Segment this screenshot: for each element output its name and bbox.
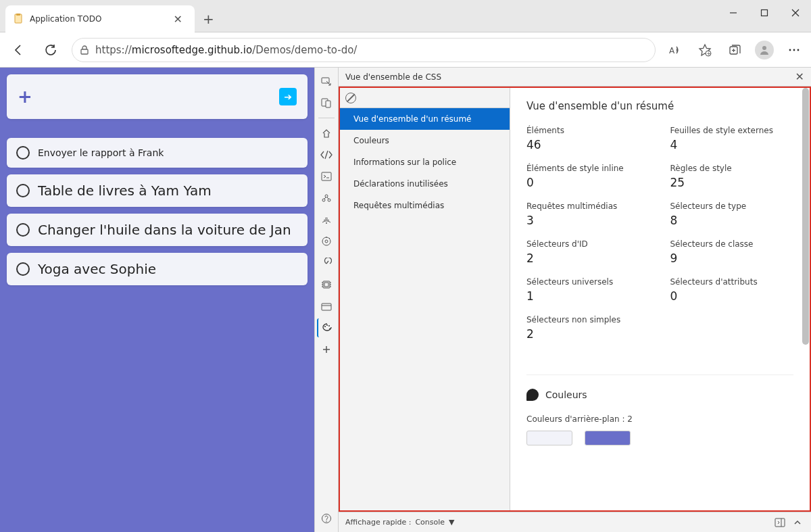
submit-todo-button[interactable]: ➔	[279, 88, 297, 105]
stat-cell: Éléments46	[526, 126, 650, 151]
drawer-chevron-icon[interactable]: ▼	[449, 518, 454, 527]
sidebar-toolbar	[340, 88, 510, 108]
svg-point-42	[324, 326, 326, 327]
browser-tab[interactable]: Application TODO ✕	[5, 5, 195, 32]
css-overview-nav-item[interactable]: Vue d'ensemble d'un résumé	[340, 108, 510, 130]
todo-item[interactable]: Changer l'huile dans la voiture de Jan	[7, 214, 308, 246]
svg-point-15	[793, 49, 795, 51]
svg-rect-33	[324, 283, 328, 287]
svg-line-25	[327, 197, 328, 199]
back-button[interactable]	[7, 39, 30, 62]
plus-icon: +	[18, 87, 32, 107]
css-overview-content: Vue d'ensemble d'un résumé Éléments46Feu…	[510, 88, 810, 510]
content-title: Vue d'ensemble d'un résumé	[526, 100, 793, 112]
svg-point-44	[328, 325, 330, 327]
tab-close-button[interactable]: ✕	[170, 11, 187, 27]
todo-item[interactable]: Yoga avec Sophie	[7, 253, 308, 285]
todo-radio[interactable]	[16, 262, 30, 276]
memory-tool[interactable]	[317, 253, 336, 272]
svg-point-16	[797, 49, 800, 51]
panel-title: Vue d'ensemble de CSS	[345, 72, 795, 82]
url-input[interactable]: https://microsoftedge.github.io/Demos/de…	[72, 38, 656, 62]
collections-button[interactable]	[724, 40, 745, 60]
drawer-tab[interactable]: Console	[415, 518, 445, 527]
inspect-tool[interactable]	[317, 72, 336, 91]
new-todo-input[interactable]: + ➔	[7, 74, 308, 119]
stat-label: Règles de style	[670, 164, 794, 173]
svg-text:A: A	[669, 46, 675, 55]
todo-text: Changer l'huile dans la voiture de Jan	[38, 222, 291, 238]
colors-section-title: Couleurs	[545, 389, 587, 400]
css-overview-nav-item[interactable]: Requêtes multimédias	[340, 195, 510, 216]
sources-tool[interactable]	[317, 189, 336, 208]
maximize-button[interactable]	[749, 0, 780, 26]
console-tool[interactable]	[317, 167, 336, 186]
more-button[interactable]	[784, 40, 804, 60]
svg-point-21	[325, 195, 328, 197]
todo-radio[interactable]	[16, 223, 30, 237]
stat-value: 2	[526, 327, 650, 341]
close-panel-button[interactable]: ✕	[795, 70, 804, 83]
stat-label: Sélecteurs non simples	[526, 315, 650, 324]
svg-line-24	[324, 197, 326, 199]
close-window-button[interactable]	[780, 0, 811, 26]
todo-item[interactable]: Table de livres à Yam Yam	[7, 174, 308, 207]
svg-line-31	[326, 261, 328, 264]
stat-value: 1	[526, 289, 650, 303]
favorites-button[interactable]: +	[695, 40, 715, 60]
new-tab-button[interactable]: +	[195, 5, 222, 32]
svg-point-28	[325, 240, 328, 243]
welcome-tool[interactable]	[317, 124, 336, 143]
minimize-button[interactable]	[718, 0, 749, 26]
color-swatch[interactable]	[526, 431, 572, 445]
stat-cell: Requêtes multimédias3	[526, 201, 650, 227]
todo-text: Table de livres à Yam Yam	[38, 183, 212, 199]
stat-value: 0	[670, 289, 794, 303]
todo-item[interactable]: Envoyer le rapport à Frank	[7, 138, 308, 168]
refresh-button[interactable]	[39, 39, 62, 62]
css-overview-nav-item[interactable]: Couleurs	[340, 130, 510, 151]
todo-text: Envoyer le rapport à Frank	[38, 147, 164, 158]
stat-cell: Règles de style25	[670, 164, 794, 189]
todo-radio[interactable]	[16, 184, 30, 197]
todo-app-page: + ➔ Envoyer le rapport à FrankTable de l…	[0, 68, 314, 532]
stat-value: 2	[526, 251, 650, 265]
stat-label: Requêtes multimédias	[526, 201, 650, 211]
svg-rect-40	[322, 304, 331, 310]
svg-rect-19	[326, 101, 330, 107]
application-tool[interactable]	[317, 275, 336, 294]
more-tools-button[interactable]	[317, 340, 336, 359]
stat-cell: Sélecteurs de classe9	[670, 239, 794, 265]
clear-icon[interactable]	[345, 93, 356, 103]
elements-tool[interactable]	[317, 145, 336, 164]
stat-value: 8	[670, 214, 794, 227]
security-tool[interactable]	[317, 297, 336, 316]
svg-text:+: +	[707, 51, 712, 57]
network-tool[interactable]	[317, 210, 336, 229]
read-aloud-button[interactable]: A	[665, 40, 685, 60]
help-button[interactable]	[317, 509, 336, 528]
dock-side-button[interactable]	[773, 516, 787, 529]
device-tool[interactable]	[317, 93, 336, 112]
svg-point-14	[789, 49, 791, 51]
stat-cell: Sélecteurs de type8	[670, 201, 794, 227]
devtools-panel-header: Vue d'ensemble de CSS ✕	[339, 68, 811, 87]
stat-label: Sélecteurs de type	[670, 201, 794, 211]
svg-rect-3	[762, 10, 768, 16]
profile-button[interactable]	[754, 40, 775, 60]
scrollbar-thumb[interactable]	[802, 88, 809, 345]
expand-drawer-button[interactable]	[791, 516, 804, 529]
color-swatch[interactable]	[585, 431, 631, 445]
svg-point-26	[326, 222, 327, 224]
stat-value: 0	[526, 176, 650, 189]
css-overview-nav-item[interactable]: Informations sur la police	[340, 151, 510, 173]
css-overview-nav-item[interactable]: Déclarations inutilisées	[340, 173, 510, 195]
address-bar: https://microsoftedge.github.io/Demos/de…	[0, 32, 811, 68]
css-overview-sidebar: Vue d'ensemble d'un résuméCouleursInform…	[340, 88, 510, 510]
css-overview-tool[interactable]	[317, 318, 336, 337]
colors-section: Couleurs Couleurs d'arrière-plan : 2	[526, 374, 793, 445]
lock-icon	[79, 45, 90, 55]
performance-tool[interactable]	[317, 232, 336, 251]
stat-value: 3	[526, 214, 650, 227]
todo-radio[interactable]	[16, 146, 30, 160]
